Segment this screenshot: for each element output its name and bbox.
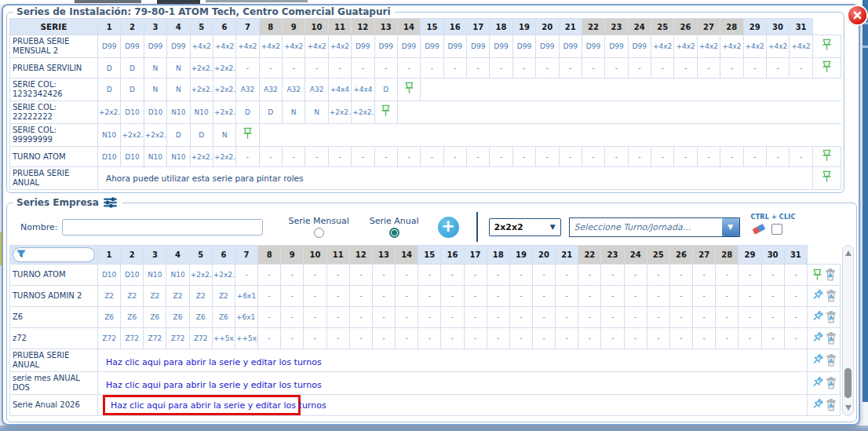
pin-icon[interactable] <box>822 170 832 183</box>
day-cell[interactable]: D99 <box>443 35 466 58</box>
day-cell[interactable]: - <box>578 307 601 328</box>
day-cell[interactable]: - <box>559 147 582 167</box>
day-cell[interactable]: - <box>397 147 420 167</box>
day-cell[interactable]: D10 <box>121 147 144 167</box>
day-cell[interactable]: D <box>167 124 190 147</box>
day-cell[interactable]: - <box>467 58 490 79</box>
day-cell[interactable]: - <box>784 286 807 307</box>
day-cell[interactable]: - <box>305 147 328 167</box>
day-cell[interactable]: - <box>578 265 601 286</box>
combo-dropdown-button[interactable]: ▼ <box>722 218 739 236</box>
day-cell[interactable]: - <box>349 265 372 286</box>
day-cell[interactable]: - <box>716 307 739 328</box>
day-cell[interactable]: - <box>739 328 761 349</box>
day-cell[interactable]: N <box>144 79 166 101</box>
day-cell[interactable]: - <box>601 265 624 286</box>
day-cell[interactable]: - <box>532 265 555 286</box>
day-cell[interactable]: +4x2 <box>697 35 720 58</box>
day-cell[interactable]: N <box>167 79 190 101</box>
day-cell[interactable]: - <box>236 58 259 79</box>
day-cell[interactable]: D99 <box>559 35 582 58</box>
day-cell[interactable]: +2x2... <box>213 147 235 167</box>
day-cell[interactable]: - <box>349 307 372 328</box>
day-cell[interactable]: D <box>259 101 282 124</box>
day-cell[interactable]: - <box>259 58 282 79</box>
pin-icon[interactable] <box>811 290 823 302</box>
day-cell[interactable]: - <box>761 286 784 307</box>
day-cell[interactable]: - <box>374 58 397 79</box>
day-cell[interactable]: +2x2... <box>213 101 235 124</box>
day-cell[interactable]: - <box>509 307 532 328</box>
day-cell[interactable]: D <box>121 58 144 79</box>
day-cell[interactable]: Z2 <box>121 286 144 307</box>
day-cell[interactable]: D10 <box>121 265 144 286</box>
trash-icon[interactable] <box>826 311 837 323</box>
day-cell[interactable]: D99 <box>467 35 490 58</box>
day-cell[interactable]: +4x2 <box>328 35 351 58</box>
day-cell[interactable]: - <box>372 265 395 286</box>
day-cell[interactable]: ++5x2 <box>212 328 235 349</box>
day-cell[interactable]: - <box>536 58 559 79</box>
day-cell[interactable]: - <box>647 265 669 286</box>
day-cell[interactable]: - <box>281 286 304 307</box>
day-cell[interactable]: D10 <box>144 101 166 124</box>
day-cell[interactable]: - <box>259 147 282 167</box>
day-cell[interactable]: - <box>693 265 716 286</box>
day-cell[interactable]: - <box>236 147 259 167</box>
day-cell[interactable]: - <box>372 307 395 328</box>
nombre-input[interactable] <box>62 219 263 236</box>
radio-serie-mensual[interactable]: Serie Mensual <box>288 216 348 238</box>
day-cell[interactable]: - <box>790 58 813 79</box>
day-cell[interactable]: - <box>784 328 807 349</box>
day-cell[interactable]: - <box>372 286 395 307</box>
day-cell[interactable]: - <box>647 328 669 349</box>
day-cell[interactable]: Z72 <box>121 328 144 349</box>
day-cell[interactable]: - <box>716 265 739 286</box>
day-cell[interactable]: - <box>559 58 582 79</box>
day-cell[interactable]: - <box>766 58 789 79</box>
day-cell[interactable]: +2x2... <box>121 124 144 147</box>
day-cell[interactable]: D99 <box>374 35 397 58</box>
day-cell[interactable]: - <box>328 147 351 167</box>
day-cell[interactable]: - <box>326 307 349 328</box>
day-cell[interactable]: - <box>326 265 349 286</box>
ctrl-clic-checkbox[interactable] <box>771 224 782 235</box>
day-cell[interactable]: N10 <box>144 265 166 286</box>
day-cell[interactable]: +6x1 <box>235 286 257 307</box>
day-cell[interactable]: - <box>490 147 512 167</box>
trash-icon[interactable] <box>825 268 836 281</box>
pin-icon[interactable] <box>381 104 391 117</box>
day-cell[interactable]: - <box>258 265 281 286</box>
day-cell[interactable]: - <box>258 328 281 349</box>
day-cell[interactable]: - <box>532 328 555 349</box>
add-series-button[interactable]: + <box>438 217 459 238</box>
pin-icon[interactable] <box>811 332 823 345</box>
day-cell[interactable]: - <box>624 328 647 349</box>
day-cell[interactable]: - <box>509 328 532 349</box>
day-cell[interactable]: N <box>167 58 190 79</box>
day-cell[interactable]: - <box>624 265 647 286</box>
day-cell[interactable]: - <box>720 147 743 167</box>
day-cell[interactable]: N10 <box>98 124 121 147</box>
day-cell[interactable]: - <box>743 147 766 167</box>
day-cell[interactable]: - <box>441 307 464 328</box>
day-cell[interactable]: - <box>628 147 651 167</box>
day-cell[interactable]: D10 <box>98 147 121 167</box>
day-cell[interactable]: D99 <box>121 35 144 58</box>
series-filter[interactable] <box>13 247 95 262</box>
day-cell[interactable]: +2x2... <box>190 79 213 101</box>
day-cell[interactable]: - <box>305 58 328 79</box>
day-cell[interactable]: Z6 <box>189 307 212 328</box>
day-cell[interactable]: - <box>304 286 326 307</box>
day-cell[interactable]: - <box>674 58 697 79</box>
day-cell[interactable]: - <box>536 147 559 167</box>
day-cell[interactable]: - <box>556 328 578 349</box>
day-cell[interactable]: +4x2 <box>259 35 282 58</box>
pin-icon[interactable] <box>811 399 823 411</box>
day-cell[interactable]: N10 <box>144 147 166 167</box>
day-cell[interactable]: - <box>669 328 692 349</box>
day-cell[interactable]: - <box>258 286 281 307</box>
eraser-icon[interactable] <box>751 221 767 238</box>
day-cell[interactable]: +4x2 <box>674 35 697 58</box>
day-cell[interactable]: - <box>396 265 418 286</box>
